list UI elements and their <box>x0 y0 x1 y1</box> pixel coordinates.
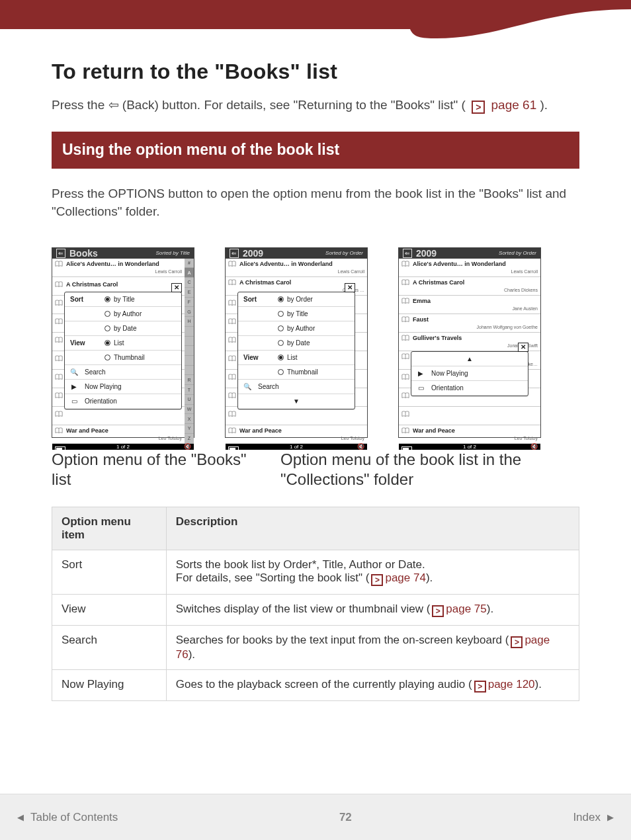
book-title: Gulliver's Travels <box>413 335 538 341</box>
index-letter[interactable]: X <box>185 414 194 424</box>
view-opt-list[interactable]: List <box>105 339 124 347</box>
book-row[interactable]: Alice's Adventu… in WonderlandLewis Carr… <box>226 259 367 277</box>
search-row[interactable]: 🔍Search <box>238 380 355 394</box>
book-icon <box>55 374 63 380</box>
search-row[interactable]: 🔍Search <box>65 365 181 380</box>
book-row[interactable]: EmmaJane Austen <box>399 296 540 314</box>
book-icon <box>401 279 409 286</box>
toc-button[interactable]: ◀Table of Contents <box>17 811 118 824</box>
book-title: War and Peace <box>239 427 364 434</box>
index-button[interactable]: Index▶ <box>573 811 614 824</box>
index-letter[interactable]: C <box>185 278 194 288</box>
book-row[interactable]: Alice's Adventu… in WonderlandLewis Carr… <box>399 259 540 277</box>
book-icon <box>401 411 409 417</box>
scroll-up-row[interactable]: ▲ <box>411 352 528 366</box>
book-icon <box>401 261 409 267</box>
book-title: Faust <box>413 316 538 323</box>
page-link[interactable]: page 120 <box>488 678 535 691</box>
option-desc: Searches for books by the text input fro… <box>166 625 579 669</box>
device-titlebar: ⇐ 2009 Sorted by Order <box>226 248 367 259</box>
book-icon <box>228 355 236 362</box>
book-icon <box>228 318 236 325</box>
index-letter[interactable]: U <box>185 395 194 405</box>
close-icon[interactable]: ✕ <box>345 283 355 292</box>
book-row[interactable]: War and PeaceLeo Tolstoy <box>226 425 367 444</box>
page-link[interactable]: page 75 <box>446 603 486 615</box>
sort-opt-author[interactable]: by Author <box>105 310 142 317</box>
link-icon: > <box>472 101 485 114</box>
page-link[interactable]: page 74 <box>385 571 425 584</box>
orientation-row[interactable]: ▭Orientation <box>65 394 181 409</box>
book-row[interactable] <box>226 407 367 425</box>
index-letter[interactable]: A <box>185 268 194 278</box>
scroll-down-row[interactable]: ▼ <box>238 394 355 409</box>
index-letter[interactable]: F <box>185 298 194 308</box>
book-icon <box>401 298 409 304</box>
index-letter[interactable] <box>185 366 194 376</box>
back-icon[interactable]: ⇐ <box>403 249 412 258</box>
index-letter[interactable]: R <box>185 375 194 385</box>
back-icon[interactable]: ⇐ <box>230 249 239 258</box>
back-icon[interactable]: ⇐ <box>56 249 65 258</box>
view-label: View <box>70 339 98 347</box>
chevron-down-icon: ▼ <box>293 398 300 405</box>
book-author: Lewis Carroll <box>228 269 364 274</box>
index-letter[interactable]: Z <box>185 434 194 444</box>
sort-opt-author[interactable]: by Author <box>278 325 315 332</box>
index-letter[interactable]: E <box>185 288 194 298</box>
index-letter[interactable]: H <box>185 317 194 327</box>
alpha-index[interactable]: #ACEFGHRTUWXYZ <box>185 259 194 444</box>
option-name: View <box>52 594 167 625</box>
index-letter[interactable]: W <box>185 405 194 415</box>
index-letter[interactable] <box>185 327 194 337</box>
book-icon <box>55 355 63 362</box>
sort-label: Sort <box>70 296 98 303</box>
sort-label: Sort <box>243 296 271 303</box>
view-opt-thumb[interactable]: Thumbnail <box>105 354 145 361</box>
book-title: War and Peace <box>413 427 538 434</box>
index-letter[interactable] <box>185 356 194 366</box>
play-icon: ▶ <box>70 383 78 390</box>
sort-opt-title[interactable]: by Title <box>278 310 308 317</box>
book-row[interactable] <box>52 407 185 425</box>
book-row[interactable]: A Christmas CarolCharles Dickens <box>399 277 540 296</box>
book-row[interactable]: Alice's Adventu… in WonderlandLewis Carr… <box>52 259 185 277</box>
text: button. For details, see "Returning to t… <box>162 98 466 112</box>
view-opt-thumb[interactable]: Thumbnail <box>278 368 318 376</box>
search-icon: 🔍 <box>70 368 78 376</box>
orientation-row[interactable]: ▭Orientation <box>411 381 528 396</box>
index-letter[interactable]: T <box>185 385 194 395</box>
now-playing-row[interactable]: ▶Now Playing <box>411 366 528 381</box>
battery-icon <box>228 446 239 452</box>
book-row[interactable] <box>399 407 540 425</box>
now-playing-row[interactable]: ▶Now Playing <box>65 380 181 394</box>
section-heading: Using the option menu of the book list <box>52 132 579 169</box>
option-name: Now Playing <box>52 669 167 700</box>
book-author: Charles Dickens <box>401 288 538 292</box>
triangle-left-icon: ◀ <box>17 812 24 822</box>
sort-opt-title[interactable]: by Title <box>105 296 135 303</box>
th-desc: Description <box>166 507 579 550</box>
close-icon[interactable]: ✕ <box>518 343 528 352</box>
battery-icon <box>55 446 65 452</box>
close-icon[interactable]: ✕ <box>171 283 182 292</box>
index-letter[interactable]: Y <box>185 424 194 434</box>
book-row[interactable]: War and PeaceLeo Tolstoy <box>399 425 540 444</box>
book-author: Leo Tolstoy <box>228 436 364 441</box>
page-link[interactable]: page 61 <box>491 98 537 112</box>
index-letter[interactable] <box>185 346 194 356</box>
table-row: SortSorts the book list by Order*, Title… <box>52 550 579 594</box>
page-link[interactable]: page 76 <box>176 634 550 661</box>
book-row[interactable]: War and PeaceLeo Tolstoy <box>52 425 185 444</box>
book-icon <box>401 374 409 380</box>
index-letter[interactable]: G <box>185 307 194 317</box>
view-opt-list[interactable]: List <box>278 354 298 361</box>
sort-opt-date[interactable]: by Date <box>278 339 310 347</box>
index-letter[interactable] <box>185 337 194 347</box>
page-indicator: 1 of 2 <box>463 444 476 450</box>
book-author: Johann Wolfgang von Goethe <box>401 325 538 329</box>
sort-opt-order[interactable]: by Order <box>278 296 313 303</box>
sort-opt-date[interactable]: by Date <box>105 325 136 332</box>
index-letter[interactable]: # <box>185 259 194 269</box>
book-row[interactable]: FaustJohann Wolfgang von Goethe <box>399 314 540 333</box>
